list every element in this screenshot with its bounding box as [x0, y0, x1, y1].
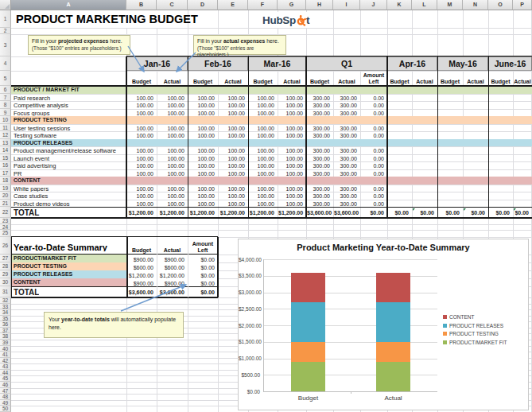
section-band[interactable]: PRODUCT TESTING [11, 116, 532, 124]
row-header-34[interactable]: 34 [0, 309, 11, 316]
cell-value[interactable]: 300.00 [307, 95, 330, 102]
month-header[interactable]: Apr-16 [387, 56, 437, 71]
cell-value[interactable]: 100.00 [278, 102, 303, 109]
cell-value[interactable]: 100.00 [249, 132, 274, 139]
row-header-31[interactable]: 31 [0, 286, 11, 297]
cell-value[interactable]: 100.00 [188, 155, 215, 162]
row-header-26[interactable]: 26 [0, 237, 11, 255]
column-subheader[interactable]: Amount Left [360, 71, 387, 86]
row-header-46[interactable]: 46 [0, 382, 11, 388]
column-subheader[interactable]: Actual [278, 71, 306, 86]
row-header-43[interactable]: 43 [0, 363, 11, 370]
cell-value[interactable]: 300.00 [307, 162, 330, 169]
row-label[interactable]: User testing sessions [14, 125, 124, 132]
row-header-44[interactable]: 44 [0, 370, 11, 376]
cell-value[interactable]: 0.00 [361, 110, 384, 117]
cell-value[interactable]: 100.00 [249, 125, 274, 132]
summary-cell-value[interactable]: $600.00 [127, 264, 153, 271]
cell-value[interactable]: 100.00 [127, 170, 153, 177]
total-label[interactable]: TOTAL [14, 208, 124, 217]
cell-value[interactable]: 100.00 [127, 132, 153, 139]
cell-value[interactable]: 100.00 [249, 170, 274, 177]
summary-cell-value[interactable]: $1,200.00 [157, 272, 184, 279]
cell-value[interactable]: 0.00 [361, 192, 384, 200]
cell-value[interactable]: 100.00 [249, 110, 274, 117]
cell-value[interactable]: 0.00 [361, 170, 384, 177]
section-band[interactable]: CONTENT [11, 177, 532, 185]
column-header-J[interactable]: J [360, 0, 387, 10]
column-subheader[interactable]: Budget [387, 71, 412, 86]
cell-value[interactable]: 100.00 [278, 200, 303, 208]
row-header-15[interactable]: 15 [0, 154, 11, 162]
month-header[interactable]: Jan-16 [126, 56, 188, 71]
cell-value[interactable]: 100.00 [188, 125, 215, 132]
row-header-28[interactable]: 28 [0, 262, 11, 270]
cell-value[interactable]: 100.00 [219, 147, 245, 154]
cell-value[interactable]: 100.00 [127, 185, 153, 192]
cell-value[interactable]: 100.00 [157, 155, 184, 162]
chart-legend-label[interactable]: PRODUCT/MARKET FIT [449, 340, 507, 345]
summary-cell-value[interactable]: $0.00 [188, 272, 215, 279]
cell-value[interactable]: 300.00 [307, 132, 330, 139]
summary-cell-value[interactable]: $1,200.00 [127, 272, 153, 279]
total-value[interactable]: $0.00 [438, 209, 460, 217]
cell-value[interactable]: 100.00 [219, 200, 245, 208]
cell-value[interactable]: 100.00 [127, 125, 153, 132]
cell-value[interactable]: 100.00 [219, 192, 245, 200]
cell-value[interactable]: 100.00 [188, 110, 215, 117]
row-header-13[interactable]: 13 [0, 139, 11, 147]
total-value[interactable]: $1,200.00 [219, 209, 245, 217]
summary-cell-value[interactable]: $900.00 [157, 256, 184, 263]
cell-value[interactable]: 100.00 [278, 162, 303, 169]
column-header-I[interactable]: I [333, 0, 360, 10]
row-header-1[interactable]: 1 [0, 10, 11, 28]
cell-value[interactable]: 100.00 [127, 200, 153, 208]
cell-value[interactable]: 100.00 [219, 185, 245, 192]
row-header-12[interactable]: 12 [0, 131, 11, 139]
row-header-17[interactable]: 17 [0, 169, 11, 177]
total-value[interactable]: $0.00 [413, 209, 434, 217]
summary-col-header[interactable]: Amount Left [188, 237, 218, 255]
summary-cell-value[interactable]: $0.00 [188, 256, 215, 263]
row-header-7[interactable]: 7 [0, 94, 11, 102]
cell-value[interactable]: 100.00 [127, 95, 153, 102]
cell-value[interactable]: 100.00 [219, 102, 245, 109]
cell-value[interactable]: 0.00 [361, 155, 384, 162]
row-header-14[interactable]: 14 [0, 146, 11, 154]
summary-row-label[interactable]: PRODUCT RELEASES [11, 270, 126, 278]
cell-value[interactable]: 100.00 [157, 125, 184, 132]
cell-value[interactable]: 0.00 [361, 162, 384, 169]
cell-value[interactable]: 300.00 [334, 95, 357, 102]
month-header[interactable]: Mar-16 [248, 56, 306, 71]
row-label[interactable]: Paid research [14, 95, 124, 102]
column-header-D[interactable]: D [188, 0, 218, 10]
column-subheader[interactable]: Actual [333, 71, 360, 86]
summary-row-label[interactable]: PRODUCT/MARKET FIT [11, 255, 126, 262]
cell-value[interactable]: 100.00 [157, 147, 184, 154]
summary-cell-value[interactable]: $0.00 [188, 264, 215, 271]
cell-value[interactable]: 0.00 [361, 200, 384, 208]
cell-value[interactable]: 100.00 [188, 132, 215, 139]
row-label[interactable]: Paid advertising [14, 162, 124, 169]
row-header-48[interactable]: 48 [0, 394, 11, 400]
column-subheader[interactable]: Budget [126, 71, 157, 86]
cell-value[interactable]: 100.00 [219, 155, 245, 162]
cell-value[interactable]: 100.00 [157, 200, 184, 208]
summary-row-label[interactable]: PRODUCT TESTING [11, 262, 126, 270]
cell-value[interactable]: 100.00 [157, 185, 184, 192]
cell-value[interactable]: 100.00 [278, 170, 303, 177]
cell-value[interactable]: 100.00 [188, 102, 215, 109]
cell-value[interactable]: 100.00 [157, 110, 184, 117]
cell-value[interactable]: 300.00 [307, 200, 330, 208]
row-header-19[interactable]: 19 [0, 185, 11, 192]
summary-total-label[interactable]: TOTAL [14, 288, 39, 297]
column-header-C[interactable]: C [157, 0, 188, 10]
cell-value[interactable]: 100.00 [188, 185, 215, 192]
cell-value[interactable]: 100.00 [157, 102, 184, 109]
row-header-33[interactable]: 33 [0, 304, 11, 310]
cell-value[interactable]: 0.00 [361, 125, 384, 132]
total-value[interactable]: $1,200.00 [127, 209, 153, 217]
row-header-40[interactable]: 40 [0, 346, 11, 352]
cell-value[interactable]: 100.00 [157, 170, 184, 177]
cell-value[interactable]: 300.00 [334, 170, 357, 177]
